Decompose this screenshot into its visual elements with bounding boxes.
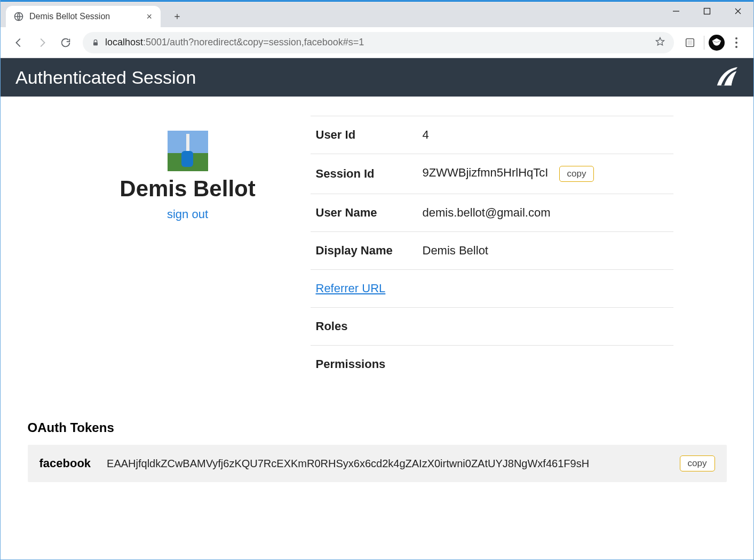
browser-menu-button[interactable] <box>727 33 746 52</box>
maximize-button[interactable] <box>692 1 723 22</box>
forward-button[interactable] <box>31 32 53 53</box>
table-row: Referrer URL <box>311 270 673 308</box>
table-row: User Id 4 <box>311 116 673 154</box>
profile-avatar-button[interactable] <box>709 35 725 51</box>
page-content: Demis Bellot sign out User Id 4 Session … <box>1 97 753 559</box>
tab-title: Demis Bellot Session <box>29 12 141 21</box>
browser-titlebar: Demis Bellot Session × <box>1 1 753 27</box>
bookmark-star-icon[interactable] <box>655 36 665 49</box>
brand-logo-icon <box>714 65 739 90</box>
label-display-name: Display Name <box>311 232 417 270</box>
value-user-id: 4 <box>417 116 673 154</box>
reload-button[interactable] <box>55 32 76 53</box>
copy-session-id-button[interactable]: copy <box>559 166 594 182</box>
page-header: Authenticated Session <box>1 58 753 97</box>
label-user-name: User Name <box>311 194 417 232</box>
profile-display-name: Demis Bellot <box>81 177 295 201</box>
label-roles: Roles <box>311 308 673 346</box>
sign-out-link[interactable]: sign out <box>167 207 208 221</box>
back-button[interactable] <box>8 32 29 53</box>
table-row: Display Name Demis Bellot <box>311 232 673 270</box>
oauth-token-value: EAAHjfqldkZCwBAMVyfj6zKQU7RcEXKmR0RHSyx6… <box>107 458 656 470</box>
referrer-url-link[interactable]: Referrer URL <box>316 282 386 295</box>
minimize-button[interactable] <box>661 1 692 22</box>
svg-rect-2 <box>93 42 98 45</box>
globe-icon <box>13 11 24 22</box>
profile-panel: Demis Bellot sign out <box>81 116 295 383</box>
oauth-token-row: facebook EAAHjfqldkZCwBAMVyfj6zKQU7RcEXK… <box>28 445 727 482</box>
close-window-button[interactable] <box>723 1 753 22</box>
oauth-heading: OAuth Tokens <box>28 420 727 435</box>
profile-photo <box>168 131 208 171</box>
new-tab-button[interactable] <box>168 7 186 26</box>
label-user-id: User Id <box>311 116 417 154</box>
oauth-provider: facebook <box>39 457 91 470</box>
label-permissions: Permissions <box>311 346 673 383</box>
browser-toolbar: localhost:5001/auth?noredirect&copy=sess… <box>1 27 753 58</box>
tab-close-button[interactable]: × <box>146 12 152 21</box>
lock-icon <box>91 38 100 47</box>
table-row: Roles <box>311 308 673 346</box>
session-id-text: 9ZWWBjizfmn5HrlHqTcI <box>423 166 549 179</box>
svg-rect-1 <box>704 9 710 14</box>
window-accent <box>1 1 753 2</box>
url-text: localhost:5001/auth?noredirect&copy=sess… <box>105 37 364 48</box>
extension-icon[interactable] <box>680 33 700 52</box>
oauth-tokens-section: OAuth Tokens facebook EAAHjfqldkZCwBAMVy… <box>17 420 737 482</box>
table-row: Permissions <box>311 346 673 383</box>
toolbar-separator <box>704 36 704 50</box>
value-user-name: demis.bellot@gmail.com <box>417 194 673 232</box>
label-session-id: Session Id <box>311 154 417 194</box>
table-row: Session Id 9ZWWBjizfmn5HrlHqTcI copy <box>311 154 673 194</box>
svg-rect-4 <box>687 40 692 45</box>
page-title: Authenticated Session <box>15 67 196 88</box>
address-bar[interactable]: localhost:5001/auth?noredirect&copy=sess… <box>83 32 674 53</box>
table-row: User Name demis.bellot@gmail.com <box>311 194 673 232</box>
browser-tab[interactable]: Demis Bellot Session × <box>6 6 161 27</box>
copy-oauth-token-button[interactable]: copy <box>680 455 715 471</box>
session-details: User Id 4 Session Id 9ZWWBjizfmn5HrlHqTc… <box>311 116 673 383</box>
value-display-name: Demis Bellot <box>417 232 673 270</box>
value-session-id: 9ZWWBjizfmn5HrlHqTcI copy <box>417 154 673 194</box>
